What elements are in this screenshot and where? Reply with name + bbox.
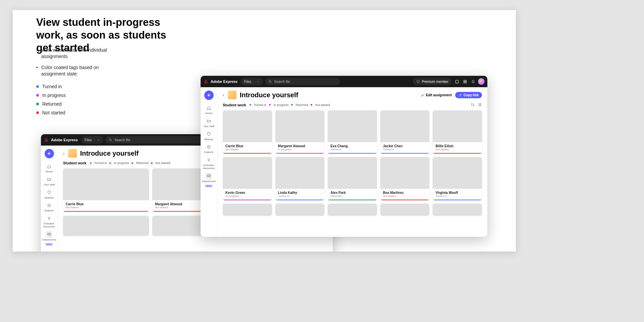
card-thumbnail	[380, 157, 430, 189]
student-card[interactable]	[223, 204, 272, 216]
card-thumbnail	[63, 216, 149, 236]
student-card[interactable]	[275, 204, 325, 216]
student-card[interactable]: Kevin Green In progress	[223, 157, 272, 200]
card-meta: Virginia Woolf Turned in	[433, 189, 482, 200]
card-meta: Kevin Green In progress	[223, 189, 272, 200]
student-card[interactable]: Margaret Atwood In progress	[275, 110, 325, 154]
legend-label: Returned	[42, 101, 62, 107]
student-card[interactable]	[328, 204, 377, 216]
status-dot-icon	[109, 162, 111, 164]
comment-icon[interactable]	[454, 78, 460, 85]
files-dropdown[interactable]: Files	[81, 136, 103, 144]
sort-icon[interactable]	[471, 103, 475, 107]
card-thumbnail	[433, 204, 482, 216]
student-card[interactable]: Jackie Chen Turned in	[380, 110, 430, 154]
sidebar-icon	[206, 105, 212, 111]
student-card[interactable]	[63, 216, 149, 236]
sidebar-item-educator-resources[interactable]: Educator resources	[41, 215, 57, 228]
status-legend-label: Turned in	[254, 103, 267, 107]
student-grid: Carrie Blue Not started Margaret Atwood …	[223, 110, 482, 200]
status-bar	[433, 153, 482, 154]
copy-link-button[interactable]: Copy link	[455, 92, 482, 98]
student-grid-partial	[223, 204, 482, 216]
student-card[interactable]: Carrie Blue Not started	[223, 110, 272, 154]
card-meta: Carrie Blue Not started	[63, 200, 149, 211]
assignment-thumbnail-icon	[68, 149, 77, 158]
sidebar-item-explore[interactable]: Explore	[204, 144, 213, 154]
adobe-logo-icon	[44, 137, 49, 143]
app-body: + Home Your stuff Brands Explore Educato…	[201, 87, 487, 237]
sidebar-item-explore[interactable]: Explore	[45, 202, 54, 212]
edit-assignment-button[interactable]: Edit assignment	[421, 93, 452, 97]
sidebar-icon	[205, 173, 212, 179]
svg-rect-20	[465, 80, 467, 82]
status-legend-label: Returned	[136, 161, 148, 165]
premium-pill[interactable]: Premium member	[413, 78, 452, 85]
student-card[interactable]: Bea Martinez Not started	[380, 157, 430, 200]
topbar: Adobe Express Files Search file Premium …	[201, 76, 487, 87]
search-input[interactable]: Search file	[265, 78, 340, 85]
card-thumbnail	[223, 110, 272, 142]
sidebar-item-home[interactable]: Home	[205, 105, 212, 115]
sidebar-icon	[206, 144, 212, 150]
slide-legend: Turned inIn progressReturnedNot started	[36, 84, 110, 119]
sidebar-item-your-stuff[interactable]: Your stuff	[203, 118, 214, 128]
status-bar	[275, 153, 325, 154]
sidebar-icon	[46, 215, 53, 222]
svg-rect-18	[455, 80, 459, 83]
back-button[interactable]: ‹	[63, 151, 65, 156]
sidebar-item-classrooms[interactable]: Classrooms NEW	[202, 173, 216, 187]
new-button[interactable]: +	[204, 91, 214, 100]
student-card[interactable]: Eva Chang Turned in	[328, 110, 377, 154]
content-header: ‹ Introduce yourself Edit assignment Cop…	[223, 91, 482, 99]
status-bar	[275, 200, 325, 200]
sidebar: + Home Your stuff Brands Explore Educato…	[201, 87, 217, 237]
student-card[interactable]: Billie Eilish Not started	[433, 110, 482, 154]
svg-line-16	[271, 82, 271, 83]
student-card[interactable]	[380, 204, 430, 216]
svg-line-4	[111, 140, 112, 141]
bullet-item: View whole class and individual assignme…	[36, 47, 123, 60]
files-dropdown[interactable]: Files	[241, 78, 263, 85]
new-button[interactable]: +	[45, 149, 54, 158]
slide: View student in-progress work, as soon a…	[13, 10, 516, 252]
status-bar	[433, 200, 482, 200]
list-view-icon[interactable]	[478, 103, 482, 107]
student-card[interactable]: Carrie Blue Not started	[63, 168, 149, 212]
legend-label: In progress	[42, 93, 66, 98]
student-name: Billie Eilish	[435, 144, 479, 148]
sidebar-item-brands[interactable]: Brands	[45, 189, 53, 200]
status-legend-label: Not started	[155, 161, 170, 165]
sidebar-item-brands[interactable]: Brands	[205, 131, 213, 141]
slide-bullets: View whole class and individual assignme…	[36, 47, 123, 82]
status-legend: Turned inIn progressReturnedNot started	[90, 161, 170, 165]
student-card[interactable]: Linda Kathy Turned in	[275, 157, 325, 200]
sidebar-item-home[interactable]: Home	[46, 163, 53, 173]
avatar[interactable]	[478, 78, 485, 85]
svg-rect-9	[48, 233, 51, 235]
assignment-thumbnail-icon	[228, 91, 236, 99]
sidebar-item-your-stuff[interactable]: Your stuff	[44, 176, 55, 186]
student-name: Margaret Atwood	[278, 144, 322, 148]
back-button[interactable]: ‹	[223, 92, 224, 98]
student-card[interactable]: Alex Park Returned	[328, 157, 377, 200]
status-bar	[223, 200, 272, 200]
svg-point-10	[48, 234, 49, 234]
card-thumbnail	[275, 110, 325, 142]
sidebar-item-classrooms[interactable]: Classrooms NEW	[42, 231, 56, 246]
svg-point-35	[478, 106, 479, 106]
sidebar-item-educator-resources[interactable]: Educator resources	[201, 157, 217, 170]
svg-point-11	[49, 234, 50, 234]
status-bar	[380, 200, 430, 200]
student-card[interactable]: Virginia Woolf Turned in	[433, 157, 482, 200]
student-card[interactable]	[433, 204, 482, 216]
legend-row: Returned	[36, 101, 110, 107]
student-name: Virginia Woolf	[435, 191, 479, 195]
bell-icon[interactable]	[470, 78, 476, 85]
search-placeholder: Search file	[114, 138, 130, 142]
apps-icon[interactable]	[462, 78, 468, 85]
legend-row: Turned in	[36, 84, 110, 89]
student-name: Carrie Blue	[66, 202, 146, 206]
svg-marker-24	[208, 146, 209, 147]
sidebar-label: Your stuff	[44, 183, 55, 186]
